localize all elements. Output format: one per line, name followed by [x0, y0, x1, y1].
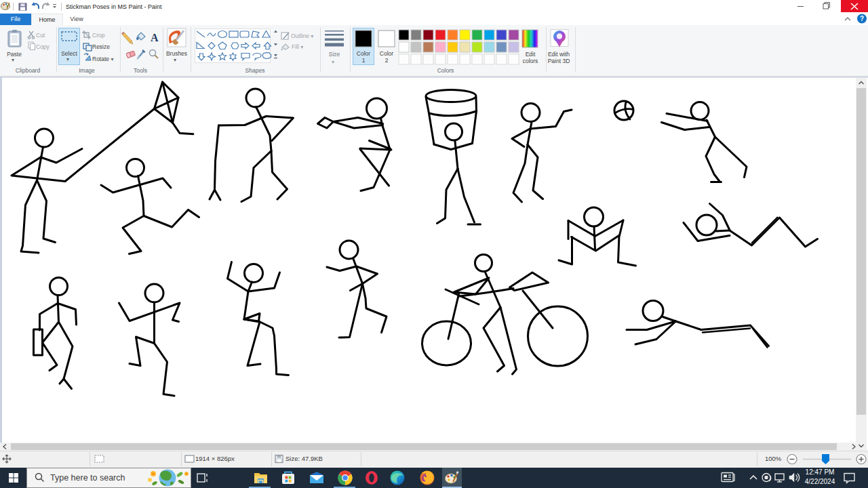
svg-text:A: A	[151, 32, 159, 43]
svg-text:?: ?	[860, 15, 864, 22]
